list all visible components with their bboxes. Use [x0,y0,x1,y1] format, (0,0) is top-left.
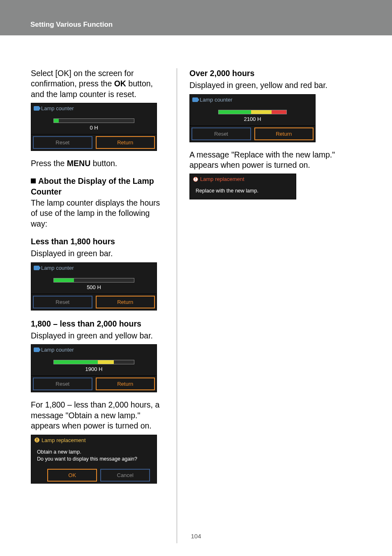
lamp-bar [53,360,134,364]
lamp-counter-osd-500h: Lamp counter 500 H Reset Return [31,262,157,310]
page-number: 104 [0,533,392,540]
range2-note: For 1,800 – less than 2,000 hours, a mes… [31,400,164,431]
lamp-counter-osd-0h: Lamp counter 0 H Reset Return [31,103,157,151]
lamp-counter-osd-1900h: Lamp counter 1900 H Reset Return [31,344,157,392]
lamp-replacement-dialog-replace: ! Lamp replacement Replace with the new … [189,174,296,199]
dialog-title: ! Lamp replacement [190,174,296,184]
lamp-icon [34,348,39,352]
lamp-hours: 2100 H [196,116,309,122]
page-content: Select [OK] on the screen for confirmati… [0,35,392,521]
intro-text: Select [OK] on the screen for confirmati… [31,68,164,100]
reset-button[interactable]: Reset [33,378,92,390]
return-button[interactable]: Return [96,136,155,149]
range1-title: Less than 1,800 hours [31,236,164,247]
about-text: The lamp counter displays the hours of u… [31,198,164,229]
warning-icon: ! [193,177,198,182]
dialog-body: Replace with the new lamp. [190,184,296,199]
lamp-icon [34,266,39,270]
lamp-hours: 0 H [37,125,151,131]
lamp-icon [34,106,39,111]
menu-key: MENU [67,159,90,168]
reset-button[interactable]: Reset [191,127,251,140]
lamp-bar [53,278,134,283]
range3-title: Over 2,000 hours [189,68,354,79]
dialog-title: ! Lamp replacement [31,435,157,445]
osd-title: Lamp counter [31,345,157,355]
reset-button[interactable]: Reset [33,136,92,149]
osd-title: Lamp counter [31,103,157,114]
range3-note: A message "Replace with the new lamp." a… [189,150,354,171]
page-header: Setting Various Function [0,0,392,35]
ok-button[interactable]: OK [47,469,97,482]
osd-title: Lamp counter [31,263,157,273]
lamp-bar [53,118,134,123]
dialog-body: Obtain a new lamp. Do you want to displa… [31,445,157,467]
lamp-hours: 500 H [37,284,151,290]
range2-title: 1,800 – less than 2,000 hours [31,319,164,329]
bullet-icon [31,178,36,183]
return-button[interactable]: Return [254,127,314,140]
lamp-counter-osd-2100h: Lamp counter 2100 H Reset Return [189,94,316,142]
return-button[interactable]: Return [96,378,155,390]
range2-sub: Displayed in green and yellow bar. [31,331,164,341]
lamp-icon [192,97,198,102]
ok-key: OK [114,79,126,88]
lamp-hours: 1900 H [37,366,151,372]
about-heading: About the Display of the Lamp Counter [31,176,164,197]
lamp-replacement-dialog-obtain: ! Lamp replacement Obtain a new lamp. Do… [31,435,157,484]
lamp-bar [218,110,287,114]
warning-icon: ! [35,438,39,442]
return-button[interactable]: Return [96,296,155,308]
osd-title: Lamp counter [190,95,315,105]
right-column: Over 2,000 hours Displayed in green, yel… [177,68,354,521]
range1-sub: Displayed in green bar. [31,248,164,259]
left-column: Select [OK] on the screen for confirmati… [31,68,177,521]
press-menu-text: Press the MENU button. [31,158,164,169]
cancel-button[interactable]: Cancel [100,469,150,482]
reset-button[interactable]: Reset [33,296,92,308]
header-title: Setting Various Function [30,21,113,28]
range3-sub: Displayed in green, yellow and red bar. [189,80,354,90]
